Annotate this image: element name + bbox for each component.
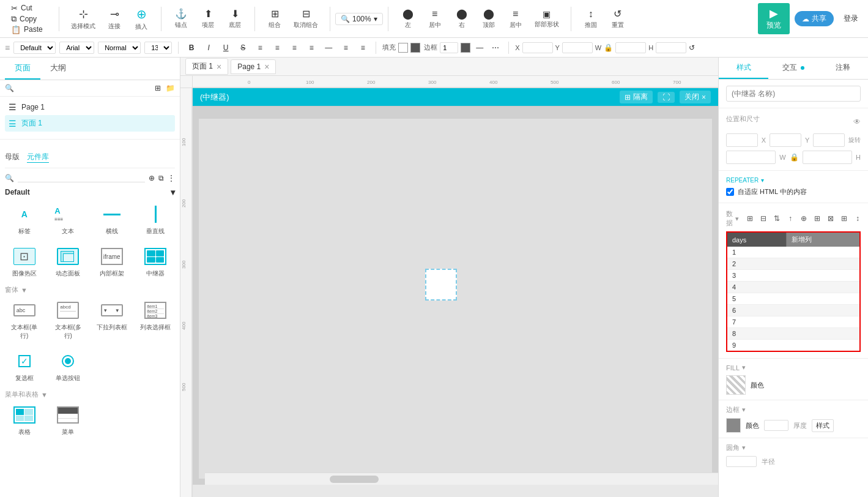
tab-style[interactable]: 样式 [719,58,768,79]
share-button[interactable]: ☁ 共享 [795,11,834,26]
text-format-btn3[interactable]: ≡ [356,41,369,54]
align-justify-format-button[interactable]: ≡ [305,41,318,54]
scrollbar-horizontal[interactable] [205,473,718,485]
font-type-select[interactable]: Arial [59,42,94,54]
text-format-btn2[interactable]: ≡ [339,41,352,54]
table-action-3[interactable]: ⇅ [771,212,783,225]
comp-hline[interactable]: 横线 [92,201,132,238]
comp-repeater[interactable]: 中继器 [136,243,176,280]
close-canvas-button[interactable]: 关闭 × [680,91,711,103]
isolate-button[interactable]: ⊞ 隔离 [620,91,653,103]
align-top-button[interactable]: ⬤ 顶部 [478,6,500,31]
col-add[interactable]: 新增列 [786,232,860,247]
page-item-2[interactable]: ☰ 页面 1 [5,115,175,132]
table-row[interactable]: 4 [727,282,860,293]
border-thickness-input[interactable]: 0 [764,420,788,431]
push-button[interactable]: ↕ 推固 [580,7,602,31]
combine-button[interactable]: ⊞ 组合 [264,6,286,31]
zoom-control[interactable]: 🔍 100% ▾ [335,13,383,25]
color-picker-format-button[interactable]: — [322,41,335,54]
top-layer-button[interactable]: ⬆ 项层 [197,6,219,31]
fill-swatch[interactable] [398,43,408,53]
table-row[interactable]: 6 [727,305,860,316]
italic-button[interactable]: I [202,41,215,54]
canvas-tab-1-close[interactable]: × [217,62,221,71]
comp-hotspot[interactable]: ⊡ 图像热区 [5,243,44,280]
tab-pages[interactable]: 页面 [5,58,40,80]
bottom-layer-button[interactable]: ⬇ 底层 [224,6,246,31]
table-action-10[interactable]: ⊟ [865,212,868,225]
page-item-1[interactable]: ☰ Page 1 [5,99,175,115]
size-select[interactable]: 13 [144,42,172,54]
border-color-swatch[interactable] [726,418,741,433]
x-input[interactable] [522,42,553,53]
w-input[interactable] [615,42,646,53]
table-action-9[interactable]: ↕ [851,212,864,225]
table-action-6[interactable]: ⊞ [811,212,823,225]
table-action-7[interactable]: ⊠ [825,212,837,225]
tab-notes[interactable]: 注释 [818,58,868,79]
select-mode-button[interactable]: ⊹ 选择模式 [68,6,98,32]
comp-table-1[interactable]: 表格 [5,402,44,439]
comp-listbox[interactable]: item1 item2 item3 列表选择框 [136,297,176,343]
region-button[interactable]: ▣ 部部形状 [532,7,562,31]
tab-master[interactable]: 母版 [5,152,20,163]
tab-outline[interactable]: 大纲 [40,58,76,80]
h-input[interactable] [656,42,686,53]
table-row[interactable]: 7 [727,316,860,328]
table-action-8[interactable]: ⊞ [838,212,850,225]
repeat-button[interactable]: ↺ 重置 [607,6,629,31]
anchor-button[interactable]: ⚓ 锚点 [170,6,192,31]
style-select[interactable]: Normal [98,42,141,54]
align-left-button[interactable]: ⬤ 左 [397,6,419,31]
comp-search-input[interactable] [18,173,145,182]
align-right-button[interactable]: ⬤ 右 [451,6,473,31]
comp-textbox[interactable]: abc 文本框(单行) [5,297,44,343]
comp-dynamic-panel[interactable]: 动态面板 [49,243,88,280]
component-name-input[interactable] [726,86,861,102]
border-style-btn1[interactable]: — [473,41,486,54]
cut-button[interactable]: ✂ Cut [10,3,49,13]
underline-button[interactable]: U [219,41,232,54]
comp-add-icon[interactable]: ⊕ [149,174,155,182]
tab-interaction[interactable]: 交互 [768,58,818,79]
comp-vline[interactable]: 垂直线 [136,201,176,238]
col-days[interactable]: days [727,232,786,247]
border-style-btn2[interactable]: ⋯ [489,41,502,54]
corner-value-input[interactable]: 0 [726,456,757,467]
pos-eye-icon[interactable]: 👁 [853,118,861,126]
align-middle-button[interactable]: ≡ 居中 [505,7,527,31]
align-right-format-button[interactable]: ≡ [287,41,301,54]
strikethrough-button[interactable]: S [236,41,250,54]
z-pos-input[interactable]: 0 [813,133,845,147]
comp-label[interactable]: A 标签 [5,201,44,238]
y-input[interactable] [562,42,593,53]
table-row[interactable]: 1 [727,247,860,258]
comp-radio[interactable]: 单选按钮 [49,348,88,385]
insert-button[interactable]: ⊕ 插入 [130,5,152,33]
expand-canvas-button[interactable]: ⛶ [658,92,675,103]
preview-button[interactable]: ▶ 预览 [758,3,790,34]
comp-copy-icon[interactable]: ⧉ [158,174,164,182]
font-family-select[interactable]: Default [13,42,56,54]
canvas-viewport[interactable]: (中继器) ⊞ 隔离 ⛶ 关闭 × [193,88,718,485]
canvas-tab-1[interactable]: 页面 1 × [185,58,228,75]
y-pos-input[interactable]: 147 [770,133,801,147]
table-row[interactable]: 8 [727,328,860,340]
align-center-format-button[interactable]: ≡ [270,41,284,54]
group-collapse-icon[interactable]: ▾ [171,187,175,197]
comp-dropdown[interactable]: ▾▼ 下拉列表框 [92,297,132,343]
h-size-input[interactable]: 1680 [803,151,852,164]
comp-more-icon[interactable]: ⋮ [168,174,175,182]
comp-table-2[interactable]: 菜单 [49,402,88,439]
border-swatch[interactable] [461,43,470,53]
uncombine-button[interactable]: ⊟ 取消组合 [291,6,321,31]
table-row[interactable]: 2 [727,258,860,270]
border-value-input[interactable] [440,42,458,53]
canvas-tab-2-close[interactable]: × [264,62,269,71]
comp-textarea[interactable]: abcd 文本框(多行) [49,297,88,343]
scrollbar-thumb[interactable] [330,476,379,483]
fill-swatch2[interactable] [410,43,420,53]
align-left-format-button[interactable]: ≡ [253,41,267,54]
adapt-html-checkbox[interactable] [726,188,734,196]
